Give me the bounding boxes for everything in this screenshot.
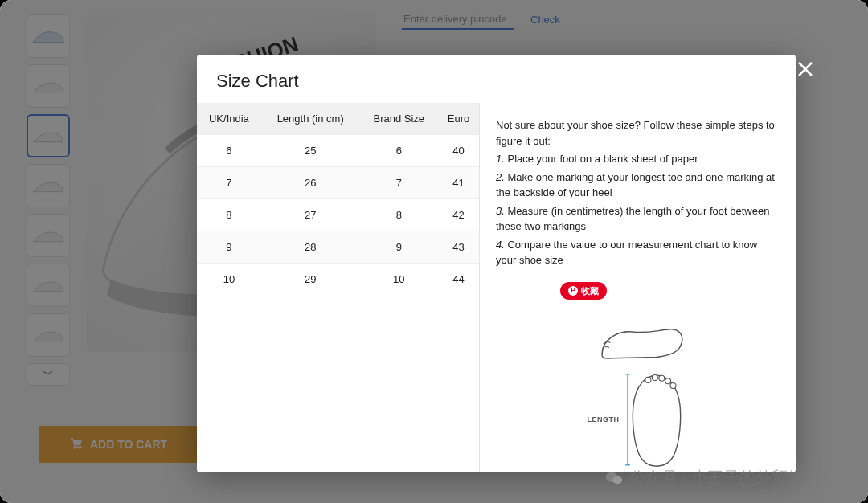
pin-badge-label: 收藏 <box>581 284 599 298</box>
col-euro: Euro <box>438 103 479 135</box>
table-row: 928943 <box>197 231 479 264</box>
instructions-intro: Not sure about your shoe size? Follow th… <box>496 117 780 149</box>
col-uk-india: UK/India <box>197 103 261 135</box>
svg-point-23 <box>613 476 623 484</box>
size-chart-modal: Size Chart UK/India Length (in cm) Brand… <box>197 55 796 472</box>
close-modal-button[interactable] <box>794 59 817 82</box>
col-brand-size: Brand Size <box>360 103 439 135</box>
svg-point-19 <box>669 382 675 388</box>
foot-bottom-diagram <box>624 372 689 468</box>
pinterest-icon: P <box>568 286 578 296</box>
length-label: LENGTH <box>588 415 620 426</box>
size-instructions: Not sure about your shoe size? Follow th… <box>480 103 796 472</box>
foot-side-diagram <box>590 305 686 369</box>
table-header-row: UK/India Length (in cm) Brand Size Euro <box>197 103 479 135</box>
modal-title: Size Chart <box>197 55 796 103</box>
svg-point-16 <box>652 375 657 381</box>
svg-point-18 <box>665 378 670 384</box>
svg-point-17 <box>658 375 664 381</box>
table-row: 625640 <box>197 135 479 167</box>
watermark-text: 公众号 · 小王子的外贸笔记 <box>629 467 820 489</box>
col-length: Length (in cm) <box>261 103 360 135</box>
close-icon <box>796 59 815 82</box>
size-chart-table: UK/India Length (in cm) Brand Size Euro … <box>197 103 480 472</box>
table-row: 827842 <box>197 199 479 231</box>
watermark: 公众号 · 小王子的外贸笔记 <box>605 467 820 489</box>
svg-point-15 <box>645 377 650 382</box>
pinterest-save-badge[interactable]: P 收藏 <box>560 282 607 301</box>
table-row: 10291044 <box>197 264 479 296</box>
table-row: 726741 <box>197 167 479 199</box>
wechat-icon <box>605 471 623 485</box>
